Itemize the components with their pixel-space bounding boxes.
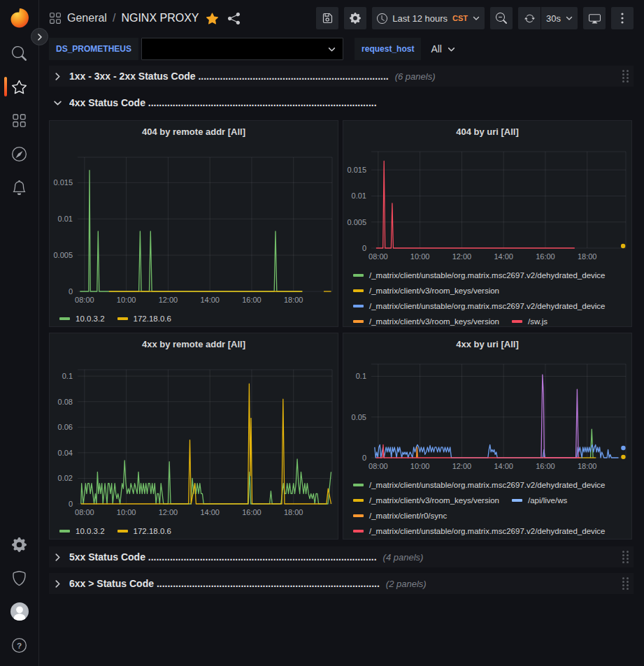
page-title[interactable]: NGINX PROXY [121,12,199,24]
panel-title[interactable]: 4xx by remote addr [All] [50,333,338,354]
legend-row: /_matrix/client/v3/room_keys/version [353,283,631,298]
svg-text:0.005: 0.005 [53,251,73,259]
panel-title[interactable]: 404 by remote addr [All] [50,121,338,142]
legend-item[interactable]: /_matrix/client/unstable/org.matrix.msc2… [353,527,606,535]
panel-title[interactable]: 4xx by uri [All] [343,333,631,354]
time-range-picker[interactable]: Last 12 hours CST [372,7,485,29]
legend-item[interactable]: /sw.js [512,317,548,326]
alerting-bell-icon [12,180,27,195]
sidebar-item-alerting[interactable] [0,171,39,204]
save-dashboard-button[interactable] [316,7,338,29]
legend-item[interactable]: 172.18.0.6 [117,527,171,535]
more-options-kebab-button[interactable] [611,7,634,29]
variable-label-request-host[interactable]: request_host [355,38,421,60]
row-title: 4xx Status Code ........................… [69,97,377,108]
legend-item[interactable]: /_matrix/client/v3/room_keys/version [353,287,499,295]
svg-text:12:00: 12:00 [159,296,178,304]
svg-text:14:00: 14:00 [200,508,220,516]
sidebar-item-configuration[interactable] [0,528,39,561]
variable-label-ds-prometheus[interactable]: DS_PROMETHEUS [49,38,138,60]
sidebar-item-profile[interactable] [0,595,39,628]
legend-swatch [59,530,70,533]
dashboard-settings-button[interactable] [344,7,366,29]
legend-item[interactable]: /_matrix/client/unstable/org.matrix.msc2… [353,302,606,310]
svg-text:0.005: 0.005 [347,218,366,226]
legend-item[interactable]: /_matrix/client/unstable/org.matrix.msc2… [353,271,606,280]
configuration-gear-icon [12,537,27,552]
legend-swatch [117,317,128,320]
expand-sidebar-button[interactable] [31,28,48,45]
variable-value-request-host[interactable]: All [424,38,462,60]
timeseries-chart[interactable]: 00.0050.010.01508:0010:0012:0014:0016:00… [50,156,338,307]
breadcrumb-section[interactable]: General [67,12,107,24]
svg-text:16:00: 16:00 [242,508,262,516]
panel-4xx-by-uri: 4xx by uri [All] 00.050.108:0010:0012:00… [343,333,632,540]
row-drag-handle[interactable] [622,577,629,590]
legend-item[interactable]: /_matrix/client/v3/room_keys/version [353,317,499,326]
legend-label: /_matrix/client/r0/sync [369,512,447,520]
legend-label: /_matrix/client/unstable/org.matrix.msc2… [369,527,606,535]
legend-item[interactable]: /_matrix/client/v3/room_keys/version [353,496,499,505]
legend-row: 10.0.3.2172.18.0.6 [59,311,338,326]
panel-title[interactable]: 404 by uri [All] [343,121,631,142]
tv-mode-button[interactable] [583,7,606,29]
svg-text:16:00: 16:00 [536,252,555,261]
legend-item[interactable]: /_matrix/client/r0/sync [353,512,447,520]
row-drag-handle[interactable] [622,551,629,563]
row-drag-handle[interactable] [622,70,629,82]
svg-text:?: ? [17,640,22,650]
refresh-button[interactable] [518,7,541,29]
variables-submenu: DS_PROMETHEUS request_host All [49,36,634,61]
legend-swatch [59,317,70,320]
sidebar-item-server-admin[interactable] [0,561,39,595]
sidebar: ? [0,0,39,666]
breadcrumb: General / NGINX PROXY [49,12,240,24]
svg-text:16:00: 16:00 [536,462,555,470]
timeseries-chart[interactable]: 00.020.040.060.080.108:0010:0012:0014:00… [50,368,338,519]
row-header-6xx[interactable]: 6xx > Status Code ......................… [49,573,634,594]
sidebar-nav [0,36,39,204]
tv-monitor-icon [589,13,601,24]
legend-item[interactable]: /_matrix/client/unstable/org.matrix.msc2… [353,481,606,489]
row-header-1xx-3xx-2xx[interactable]: 1xx - 3xx - 2xx Status Code ............… [49,66,634,87]
refresh-icon [524,13,535,24]
dashboards-grid-icon [12,113,27,128]
grafana-logo[interactable] [9,7,30,32]
zoom-out-time-button[interactable] [490,7,513,29]
legend-label: 10.0.3.2 [76,314,105,323]
svg-text:0.1: 0.1 [62,372,73,380]
sidebar-item-explore[interactable] [0,137,39,171]
share-icon[interactable] [228,13,240,24]
legend-row: /_matrix/client/unstable/org.matrix.msc2… [353,268,631,283]
panel-404-by-uri: 404 by uri [All] 00.0050.010.01508:0010:… [343,120,632,327]
chart-legend: 10.0.3.2172.18.0.6 [50,523,338,539]
timezone-label: CST [452,14,468,22]
variable-value-ds-prometheus[interactable] [141,38,343,60]
legend-item[interactable]: 10.0.3.2 [59,527,105,535]
dashboard-topbar: General / NGINX PROXY Last 12 hours CST [49,0,634,36]
favorite-star-icon[interactable] [206,13,218,24]
svg-text:0.015: 0.015 [347,166,366,174]
legend-item[interactable]: 10.0.3.2 [59,314,105,323]
refresh-interval-picker[interactable]: 30s [541,7,578,29]
svg-text:10:00: 10:00 [117,508,136,516]
sidebar-item-help[interactable]: ? [0,628,39,662]
sidebar-item-starred[interactable] [0,70,39,103]
svg-text:0.02: 0.02 [58,474,73,482]
row-header-4xx[interactable]: 4xx Status Code ........................… [49,92,634,113]
legend-label: /_matrix/client/v3/room_keys/version [369,317,499,326]
legend-label: /_matrix/client/unstable/org.matrix.msc2… [369,302,606,310]
legend-item[interactable]: /api/live/ws [512,496,567,505]
chevron-right-icon [52,580,63,588]
svg-text:10:00: 10:00 [410,252,430,261]
row-header-5xx[interactable]: 5xx Status Code ........................… [49,546,634,567]
svg-text:10:00: 10:00 [117,296,136,304]
timeseries-chart[interactable]: 00.050.108:0010:0012:0014:0016:0018:00 [343,363,631,473]
legend-item[interactable]: 172.18.0.6 [117,314,171,323]
timeseries-chart[interactable]: 00.0050.010.01508:0010:0012:0014:0016:00… [343,150,631,263]
legend-label: /_matrix/client/v3/room_keys/version [369,496,499,505]
sidebar-item-dashboards[interactable] [0,103,39,137]
svg-text:08:00: 08:00 [75,508,94,516]
variable-request-host: request_host All [355,38,462,60]
svg-text:18:00: 18:00 [284,508,303,516]
